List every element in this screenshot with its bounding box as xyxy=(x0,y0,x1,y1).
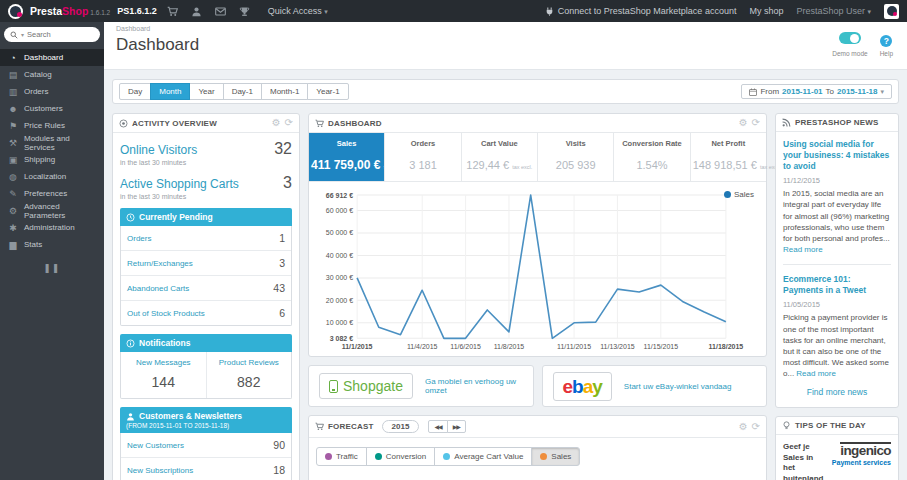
date-range-picker[interactable]: From 2015-11-01 To 2015-11-18 ▾ xyxy=(741,84,892,99)
sidebar-item-preferences[interactable]: ✎Preferences xyxy=(0,185,104,202)
read-more-link[interactable]: Read more xyxy=(796,369,836,378)
sidebar-item-label: Stats xyxy=(24,240,42,249)
sidebar-item-label: Customers xyxy=(24,104,63,113)
kpi-conversion-rate[interactable]: Conversion Rate1.54% xyxy=(613,133,689,181)
news-list: Using social media for your business: 4 … xyxy=(776,132,898,407)
forecast-next-button[interactable]: ▶▶ xyxy=(447,420,466,433)
news-article-title[interactable]: Using social media for your business: 4 … xyxy=(783,139,891,172)
sidebar-item-stats[interactable]: ▆Stats xyxy=(0,236,104,253)
sidebar-item-localization[interactable]: ◍Localization xyxy=(0,168,104,185)
user-avatar[interactable] xyxy=(884,4,899,19)
forecast-prev-button[interactable]: ◀◀ xyxy=(428,420,447,433)
currently-pending-list: Orders1Return/Exchanges3Abandoned Carts4… xyxy=(120,226,292,326)
ebay-link[interactable]: Start uw eBay-winkel vandaag xyxy=(624,382,732,391)
sidebar-item-customers[interactable]: ☻Customers xyxy=(0,100,104,117)
news-article-excerpt: In 2015, social media are an integral pa… xyxy=(783,188,891,255)
ebay-logo[interactable]: ebay xyxy=(553,372,612,401)
sidebar-item-dashboard[interactable]: ◔Dashboard xyxy=(0,49,104,66)
new-customers-link[interactable]: New Customers xyxy=(127,441,184,450)
range-button-month-1[interactable]: Month-1 xyxy=(261,83,308,100)
active-carts-link[interactable]: Active Shopping Carts xyxy=(120,177,239,191)
help-icon[interactable]: ? xyxy=(880,35,892,47)
kpi-visits[interactable]: Visits205 939 xyxy=(537,133,613,181)
messages-icon[interactable] xyxy=(212,5,229,16)
ingenico-logo[interactable]: ingenico Payment services xyxy=(827,442,891,467)
shopgate-link[interactable]: Ga mobiel en verhoog uw omzet xyxy=(425,377,523,395)
marketplace-connect-link[interactable]: Connect to PrestaShop Marketplace accoun… xyxy=(545,6,737,16)
find-more-news-link[interactable]: Find more news xyxy=(783,387,891,397)
prestashop-logo[interactable] xyxy=(8,4,23,19)
new-subscriptions-link[interactable]: New Subscriptions xyxy=(127,466,193,475)
range-button-day[interactable]: Day xyxy=(119,83,151,100)
svg-text:50 000 €: 50 000 € xyxy=(326,229,353,236)
online-visitors-sub: in the last 30 minutes xyxy=(120,159,292,166)
toggle-on-icon[interactable] xyxy=(839,32,861,44)
customer-row: New Subscriptions18 xyxy=(121,457,291,480)
kpi-net-profit[interactable]: Net Profit148 918,51 € tax excl. xyxy=(690,133,766,181)
my-shop-link[interactable]: My shop xyxy=(749,6,783,16)
kpi-sales[interactable]: Sales411 759,00 € tax excl. xyxy=(309,133,384,181)
sales-line-chart[interactable]: 3 082 €10 000 €20 000 €30 000 €40 000 €5… xyxy=(311,186,764,354)
gear-icon[interactable]: ⚙ xyxy=(739,422,748,432)
sidebar-item-price-rules[interactable]: ⚑Price Rules xyxy=(0,117,104,134)
online-visitors-link[interactable]: Online Visitors xyxy=(120,143,197,157)
shopgate-logo[interactable]: Shopgate xyxy=(319,373,413,399)
sidebar-item-advanced-parameters[interactable]: ⚙Advanced Parameters xyxy=(0,202,104,219)
read-more-link[interactable]: Read more xyxy=(783,245,823,254)
panel-title: DASHBOARD xyxy=(328,119,382,128)
news-article-date: 11/05/2015 xyxy=(783,300,891,309)
pending-row: Abandoned Carts43 xyxy=(121,275,291,300)
range-button-year-1[interactable]: Year-1 xyxy=(307,83,348,100)
abandoned-carts-link[interactable]: Abandoned Carts xyxy=(127,284,189,293)
out-of-stock-products-link[interactable]: Out of Stock Products xyxy=(127,309,205,318)
new-messages-cell[interactable]: New Messages144 xyxy=(121,352,206,398)
svg-text:11/4/2015: 11/4/2015 xyxy=(407,343,438,350)
sidebar-item-administration[interactable]: ✱Administration xyxy=(0,219,104,236)
shipping-icon: ▣ xyxy=(8,155,18,165)
refresh-icon[interactable]: ⟳ xyxy=(752,422,760,432)
refresh-icon[interactable]: ⟳ xyxy=(285,118,293,128)
sidebar-item-modules-and-services[interactable]: ⚒Modules and Services xyxy=(0,134,104,151)
sales-chart-area: 3 082 €10 000 €20 000 €30 000 €40 000 €5… xyxy=(309,182,766,356)
forecast-toggle-sales[interactable]: Sales xyxy=(531,447,580,466)
news-article-title[interactable]: Ecommerce 101: Payments in a Tweet xyxy=(783,274,891,296)
customer-icon[interactable] xyxy=(188,5,205,16)
help-button[interactable]: ? Help xyxy=(880,30,893,57)
dashboard-icon: ◔ xyxy=(8,53,18,63)
forecast-toggle-traffic[interactable]: Traffic xyxy=(316,447,367,466)
sidebar-item-shipping[interactable]: ▣Shipping xyxy=(0,151,104,168)
refresh-icon[interactable]: ⟳ xyxy=(752,118,760,128)
svg-text:66 912 €: 66 912 € xyxy=(326,192,353,199)
quick-access-menu[interactable]: Quick Access ▾ xyxy=(268,6,328,16)
sidebar-search[interactable]: ▾ xyxy=(4,27,100,42)
chart-legend-sales[interactable]: Sales xyxy=(724,190,754,199)
user-menu[interactable]: PrestaShop User ▾ xyxy=(796,6,871,16)
return-exchanges-link[interactable]: Return/Exchanges xyxy=(127,259,193,268)
search-icon xyxy=(10,31,18,39)
demo-mode-toggle[interactable]: Demo mode xyxy=(832,30,867,57)
gear-icon[interactable]: ⚙ xyxy=(272,118,281,128)
product-reviews-cell[interactable]: Product Reviews882 xyxy=(206,352,292,398)
chevron-down-icon: ▾ xyxy=(880,88,884,96)
out-of-stock-products-value: 6 xyxy=(279,307,285,319)
trophy-icon[interactable] xyxy=(236,5,253,16)
plug-icon xyxy=(545,7,554,16)
forecast-toggle-conversion[interactable]: Conversion xyxy=(366,447,435,466)
range-button-month[interactable]: Month xyxy=(150,83,190,100)
forecast-toggle-average-cart-value[interactable]: Average Cart Value xyxy=(434,447,532,466)
search-input[interactable] xyxy=(27,30,94,39)
orders-link[interactable]: Orders xyxy=(127,234,151,243)
sidebar-item-catalog[interactable]: ▤Catalog xyxy=(0,66,104,83)
kpi-orders[interactable]: Orders3 181 xyxy=(384,133,460,181)
range-button-day-1[interactable]: Day-1 xyxy=(223,83,262,100)
kpi-cart-value[interactable]: Cart Value129,44 € tax excl. xyxy=(461,133,537,181)
range-button-year[interactable]: Year xyxy=(189,83,223,100)
sidebar-collapse-button[interactable]: ❚❚ xyxy=(0,263,104,273)
cart-icon[interactable] xyxy=(164,5,181,16)
forecast-year-pill[interactable]: 2015 xyxy=(382,420,420,433)
gear-icon[interactable]: ⚙ xyxy=(739,118,748,128)
orders-icon: ▥ xyxy=(8,87,18,97)
activity-overview-panel: ACTIVITY OVERVIEW ⚙ ⟳ Online Visitors 32… xyxy=(112,113,300,480)
sidebar-item-orders[interactable]: ▥Orders xyxy=(0,83,104,100)
sidebar-item-label: Orders xyxy=(24,87,48,96)
